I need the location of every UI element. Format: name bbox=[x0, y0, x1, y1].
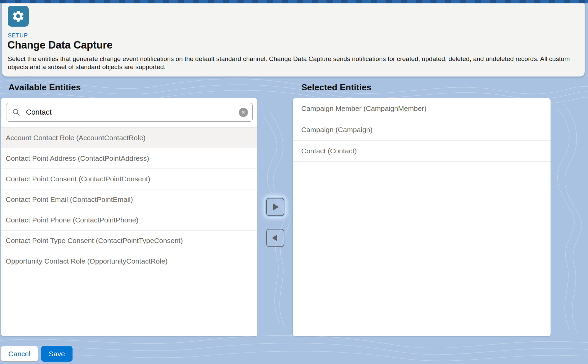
move-to-selected-button[interactable] bbox=[266, 198, 284, 216]
list-item[interactable]: Campaign (Campaign) bbox=[293, 119, 551, 141]
entity-search-box: ✕ bbox=[6, 103, 253, 122]
search-icon bbox=[12, 108, 20, 116]
page-title: Change Data Capture bbox=[7, 39, 112, 51]
selected-entities-panel: Campaign Member (CampaignMember) Campaig… bbox=[293, 98, 551, 336]
setup-header-card: SETUP Change Data Capture Select the ent… bbox=[2, 3, 585, 77]
list-item[interactable]: Opportunity Contact Role (OpportunityCon… bbox=[1, 251, 257, 271]
list-item[interactable]: Contact Point Phone (ContactPointPhone) bbox=[1, 210, 257, 230]
gear-icon bbox=[11, 9, 25, 23]
move-to-available-button[interactable] bbox=[266, 229, 284, 247]
list-item[interactable]: Campaign Member (CampaignMember) bbox=[293, 98, 551, 119]
available-entities-heading: Available Entities bbox=[8, 82, 81, 93]
list-item[interactable]: Contact (Contact) bbox=[293, 141, 551, 162]
right-arrow-icon bbox=[273, 204, 279, 210]
top-brand-strip bbox=[0, 0, 588, 3]
available-entities-list: Account Contact Role (AccountContactRole… bbox=[1, 127, 257, 271]
save-button[interactable]: Save bbox=[41, 346, 73, 362]
search-input[interactable] bbox=[25, 108, 239, 117]
setup-eyebrow: SETUP bbox=[8, 32, 28, 39]
selected-entities-heading: Selected Entities bbox=[301, 82, 371, 93]
list-item[interactable]: Contact Point Address (ContactPointAddre… bbox=[1, 148, 257, 169]
list-item[interactable]: Contact Point Consent (ContactPointConse… bbox=[1, 169, 257, 189]
list-item[interactable]: Account Contact Role (AccountContactRole… bbox=[1, 127, 257, 148]
setup-tile bbox=[8, 6, 29, 27]
selected-entities-list: Campaign Member (CampaignMember) Campaig… bbox=[293, 98, 551, 162]
left-arrow-icon bbox=[272, 235, 277, 241]
available-entities-panel: ✕ Account Contact Role (AccountContactRo… bbox=[1, 98, 257, 336]
list-item[interactable]: Contact Point Email (ContactPointEmail) bbox=[1, 189, 257, 210]
clear-search-icon[interactable]: ✕ bbox=[239, 108, 248, 117]
cancel-button[interactable]: Cancel bbox=[1, 346, 38, 362]
page-description: Select the entities that generate change… bbox=[8, 55, 578, 71]
list-item[interactable]: Contact Point Type Consent (ContactPoint… bbox=[1, 230, 257, 251]
